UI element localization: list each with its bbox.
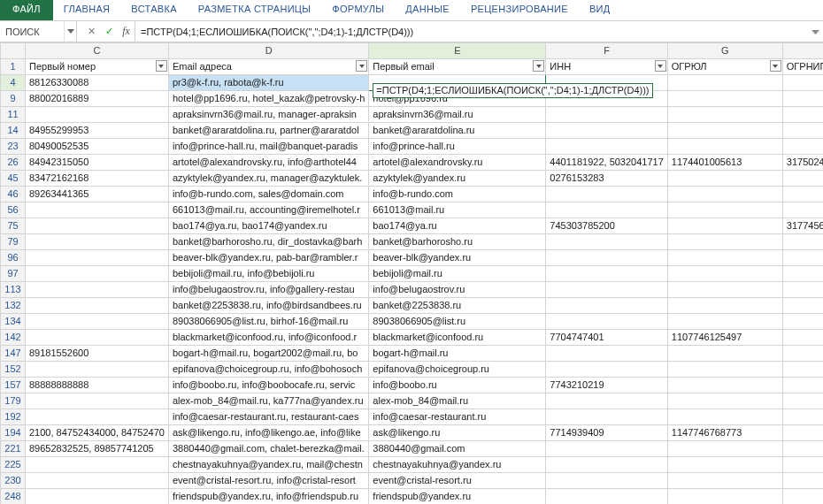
cell[interactable]: beaver-blk@yandex.ru, pab-bar@rambler.r [168,250,368,266]
header-cell-D[interactable]: Email адреса [168,59,368,75]
cell[interactable] [667,171,782,187]
cell[interactable] [26,409,169,425]
cell[interactable]: bebijoli@mail.ru, info@bebijoli.ru [168,266,368,282]
row-header[interactable]: 194 [1,425,26,441]
cell[interactable]: artotel@alexandrovsky.ru, info@arthotel4… [168,155,368,171]
cell[interactable] [667,298,782,314]
col-header-D[interactable]: D [168,43,368,59]
cell[interactable]: 7704747401 [546,330,667,346]
col-header-E[interactable]: E [369,43,546,59]
cell[interactable] [667,409,782,425]
cell[interactable] [782,266,823,282]
cell[interactable] [782,250,823,266]
cell[interactable]: info@boobo.ru [369,378,546,393]
cell[interactable]: epifanova@choicegroup.ru [369,362,546,378]
cell[interactable] [782,282,823,298]
cell[interactable]: 89652832525, 89857741205 [26,441,169,457]
name-box-dropdown-icon[interactable] [64,21,76,42]
cell[interactable]: 3880440@gmail.com [369,441,546,457]
cell[interactable] [782,489,823,505]
cell[interactable]: event@cristal-resort.ru, info@cristal-re… [168,473,368,489]
filter-button-C[interactable] [156,60,167,72]
cell[interactable]: friendspub@yandex.ru, info@friendspub.ru [168,489,368,505]
row-header[interactable]: 147 [1,346,26,362]
cell[interactable] [26,393,169,409]
cell[interactable]: 2100, 84752434000, 84752470 [26,425,169,441]
cell[interactable] [667,91,782,107]
col-header-H[interactable]: H [782,43,823,59]
header-cell-E[interactable]: Первый email [369,59,546,75]
row-header[interactable]: 1 [1,59,26,75]
row-header[interactable]: 96 [1,250,26,266]
cell[interactable] [667,107,782,123]
cell[interactable]: 317745600137672 [782,218,823,234]
row-header[interactable]: 11 [1,107,26,123]
cell[interactable] [546,187,667,202]
cell[interactable] [546,250,667,266]
cell[interactable] [667,314,782,330]
formula-input[interactable]: =ПСТР(D4;1;ЕСЛИОШИБКА(ПОИСК(",";D4;1)-1;… [135,21,807,42]
cell[interactable] [782,139,823,155]
cell[interactable] [546,473,667,489]
cell[interactable] [26,107,169,123]
cell[interactable]: 317502400028862 [782,155,823,171]
cell[interactable] [667,362,782,378]
cell[interactable] [667,202,782,218]
cell[interactable] [26,489,169,505]
tab-data[interactable]: ДАННЫЕ [395,0,460,20]
row-header[interactable]: 46 [1,187,26,202]
cell[interactable]: ask@likengo.ru, info@likengo.ae, info@li… [168,425,368,441]
row-header[interactable]: 97 [1,266,26,282]
cell[interactable]: chestnayakuhnya@yandex.ru [369,457,546,473]
cell[interactable] [546,107,667,123]
cell[interactable] [26,330,169,346]
cell[interactable] [782,314,823,330]
row-header[interactable]: 79 [1,234,26,250]
cell[interactable]: friendspub@yandex.ru [369,489,546,505]
cell[interactable]: 745303785200 [546,218,667,234]
cell[interactable]: =ПСТР(D4;1;ЕСЛИОШИБКА(ПОИСК(",";D4;1)-1;… [369,75,546,91]
cell[interactable] [782,457,823,473]
row-header[interactable]: 45 [1,171,26,187]
cell[interactable]: 4401181922, 5032041717 [546,155,667,171]
cell[interactable] [667,139,782,155]
tab-review[interactable]: РЕЦЕНЗИРОВАНИЕ [460,0,579,20]
tab-formulas[interactable]: ФОРМУЛЫ [321,0,395,20]
row-header[interactable]: 56 [1,202,26,218]
cell[interactable] [546,202,667,218]
cell[interactable]: 88126330088 [26,75,169,91]
cell[interactable]: alex-mob_84@mail.ru, ka777na@yandex.ru [168,393,368,409]
row-header[interactable]: 4 [1,75,26,91]
cell[interactable] [782,91,823,107]
cell[interactable] [782,107,823,123]
cell[interactable] [667,393,782,409]
cell[interactable]: info@prince-hall.ru, mail@banquet-paradi… [168,139,368,155]
tab-view[interactable]: ВИД [579,0,621,20]
cell[interactable] [546,314,667,330]
row-header[interactable]: 26 [1,155,26,171]
cell[interactable] [546,346,667,362]
row-header[interactable]: 192 [1,409,26,425]
col-header-F[interactable]: F [546,43,667,59]
cell[interactable]: 83472162168 [26,171,169,187]
cell[interactable] [546,409,667,425]
cell[interactable] [667,187,782,202]
formula-cancel-icon[interactable]: ✕ [82,21,100,42]
cell[interactable]: 84942315050 [26,155,169,171]
cell[interactable] [667,234,782,250]
cell[interactable] [782,75,823,91]
cell[interactable] [782,473,823,489]
cell[interactable] [546,362,667,378]
cell[interactable] [667,457,782,473]
cell[interactable]: 7743210219 [546,378,667,393]
cell[interactable]: 3880440@gmail.com, chalet-berezka@mail. [168,441,368,457]
filter-button-D[interactable] [356,60,367,72]
header-cell-G[interactable]: ОГРЮЛ [667,59,782,75]
cell[interactable] [782,409,823,425]
cell[interactable] [782,123,823,139]
cell[interactable]: info@boobo.ru, info@boobocafe.ru, servic [168,378,368,393]
cell[interactable] [26,473,169,489]
cell[interactable]: 89263441365 [26,187,169,202]
cell[interactable] [26,457,169,473]
tab-home[interactable]: ГЛАВНАЯ [53,0,121,20]
